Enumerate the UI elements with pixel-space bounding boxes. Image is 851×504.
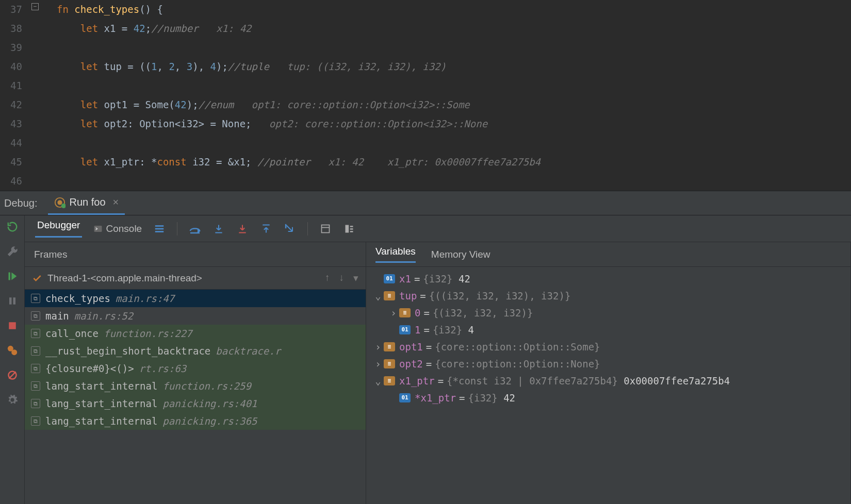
- variables-header: Variables Memory View: [366, 242, 850, 267]
- svg-rect-3: [8, 273, 10, 280]
- frames-list[interactable]: ⧉check_types main.rs:47⧉main main.rs:52⧉…: [25, 290, 366, 504]
- variables-tree[interactable]: 01x1={i32} 42⌄≡tup={((i32, i32, i32), i3…: [366, 267, 850, 504]
- variable-row[interactable]: ›≡opt2={core::option::Option::None}: [366, 355, 850, 372]
- svg-point-2: [61, 203, 65, 208]
- var-badge-icon: ≡: [384, 291, 395, 300]
- variable-row[interactable]: ›≡0={(i32, i32, i32)}: [366, 304, 850, 321]
- variable-row[interactable]: 01x1={i32} 42: [366, 270, 850, 287]
- pause-icon[interactable]: [5, 294, 20, 308]
- console-label: Console: [106, 223, 142, 234]
- var-name: opt2: [399, 358, 423, 369]
- var-badge-icon: 01: [384, 274, 395, 283]
- var-value: 4: [462, 324, 474, 335]
- frame-icon: ⧉: [31, 311, 40, 321]
- frame-icon: ⧉: [31, 364, 40, 373]
- tab-variables[interactable]: Variables: [375, 246, 416, 263]
- line-number-gutter: 37383940414243444546: [0, 0, 28, 191]
- thread-selector[interactable]: Thread-1-<com.apple.main-thread> ↑ ↓ ▾: [25, 267, 366, 290]
- force-step-into-icon[interactable]: [236, 223, 249, 235]
- code-area[interactable]: fn check_types() { let x1 = 42;//number …: [57, 0, 851, 191]
- stack-frame[interactable]: ⧉{closure#0}<()> rt.rs:63: [25, 360, 366, 377]
- frames-header: Frames: [25, 242, 366, 267]
- rerun-icon[interactable]: [5, 220, 20, 234]
- evaluate-icon[interactable]: [319, 223, 332, 235]
- variable-row[interactable]: ⌄≡x1_ptr={*const i32 | 0x7ffee7a275b4} 0…: [366, 372, 850, 389]
- var-value: 42: [498, 392, 515, 404]
- var-name: tup: [399, 290, 417, 301]
- debug-panel: Debugger Console Frames: [0, 215, 851, 504]
- var-type: {core::option::Option::Some}: [435, 341, 600, 352]
- frame-up-icon[interactable]: ↑: [325, 272, 330, 284]
- stack-frame[interactable]: ⧉lang_start_internal panicking.rs:365: [25, 412, 366, 430]
- var-badge-icon: ≡: [399, 308, 411, 317]
- var-type: {i32}: [423, 273, 452, 284]
- variable-row[interactable]: ⌄≡tup={((i32, i32, i32), i32)}: [366, 287, 850, 304]
- var-value: 42: [453, 273, 470, 284]
- svg-rect-19: [285, 224, 287, 228]
- fold-icon[interactable]: −: [31, 3, 39, 10]
- debug-run-config-tab[interactable]: Run foo ×: [48, 191, 125, 215]
- frame-icon: ⧉: [31, 346, 40, 356]
- var-value: 0x00007ffee7a275b4: [618, 375, 730, 387]
- expand-icon[interactable]: ›: [372, 358, 384, 369]
- run-to-cursor-icon[interactable]: [284, 223, 296, 235]
- step-out-icon[interactable]: [260, 223, 272, 235]
- stack-frame[interactable]: ⧉lang_start_internal panicking.rs:401: [25, 395, 366, 412]
- svg-rect-20: [322, 225, 330, 232]
- var-type: {core::option::Option::None}: [435, 358, 600, 369]
- expand-icon[interactable]: ⌄: [372, 290, 384, 301]
- stack-frame[interactable]: ⧉main main.rs:52: [25, 307, 366, 325]
- frame-icon: ⧉: [31, 381, 40, 391]
- var-type: {i32}: [433, 324, 462, 335]
- frame-down-icon[interactable]: ↓: [339, 272, 345, 284]
- step-into-icon[interactable]: [212, 223, 225, 235]
- variable-row[interactable]: 011={i32} 4: [366, 321, 850, 338]
- view-breakpoints-icon[interactable]: [5, 343, 20, 358]
- run-config-name: Run foo: [70, 196, 106, 208]
- fold-gutter: −: [28, 0, 57, 191]
- variable-row[interactable]: ›≡opt1={core::option::Option::Some}: [366, 338, 850, 355]
- var-type: {((i32, i32, i32), i32)}: [429, 290, 571, 301]
- variable-row[interactable]: 01*x1_ptr={i32} 42: [366, 389, 850, 406]
- tab-debugger[interactable]: Debugger: [35, 220, 82, 238]
- frames-title: Frames: [34, 249, 67, 260]
- frames-pane: Frames Thread-1-<com.apple.main-thread> …: [25, 242, 366, 504]
- step-over-icon[interactable]: [189, 223, 201, 235]
- expand-icon[interactable]: ⌄: [372, 375, 384, 387]
- expand-icon[interactable]: ›: [372, 341, 384, 352]
- stack-frame[interactable]: ⧉check_types main.rs:47: [25, 290, 366, 307]
- var-badge-icon: 01: [399, 325, 411, 334]
- var-badge-icon: 01: [399, 393, 411, 402]
- debug-label: Debug:: [4, 197, 38, 209]
- var-badge-icon: ≡: [384, 359, 395, 368]
- frame-dropdown-icon[interactable]: ▾: [353, 272, 358, 284]
- frame-icon: ⧉: [31, 329, 40, 338]
- svg-rect-6: [9, 322, 16, 329]
- svg-rect-4: [9, 297, 12, 305]
- stack-frame[interactable]: ⧉__rust_begin_short_backtrace backtrace.…: [25, 342, 366, 360]
- stack-frame[interactable]: ⧉call_once function.rs:227: [25, 325, 366, 342]
- var-type: {(i32, i32, i32)}: [433, 307, 533, 318]
- tab-console[interactable]: Console: [93, 223, 142, 234]
- debug-side-toolbar: [0, 215, 25, 504]
- thread-name: Thread-1-<com.apple.main-thread>: [47, 273, 202, 284]
- rust-icon: [54, 197, 66, 208]
- debug-toolwindow-header: Debug: Run foo ×: [0, 191, 851, 215]
- tab-memory-view[interactable]: Memory View: [431, 249, 490, 260]
- trace-icon[interactable]: [343, 223, 355, 235]
- settings-icon[interactable]: [5, 393, 20, 407]
- expand-icon[interactable]: ›: [388, 307, 399, 318]
- threads-icon[interactable]: [153, 223, 166, 235]
- stack-frame[interactable]: ⧉lang_start_internal function.rs:259: [25, 377, 366, 395]
- var-name: x1_ptr: [399, 375, 435, 387]
- var-name: opt1: [399, 341, 423, 352]
- var-name: 1: [415, 324, 420, 335]
- var-type: {i32}: [468, 392, 498, 404]
- resume-icon[interactable]: [5, 269, 20, 283]
- mute-breakpoints-icon[interactable]: [5, 368, 20, 382]
- close-icon[interactable]: ×: [113, 196, 119, 208]
- svg-point-8: [11, 349, 17, 355]
- stop-icon[interactable]: [5, 318, 20, 333]
- code-editor[interactable]: 37383940414243444546 − fn check_types() …: [0, 0, 851, 191]
- wrench-icon[interactable]: [5, 244, 20, 259]
